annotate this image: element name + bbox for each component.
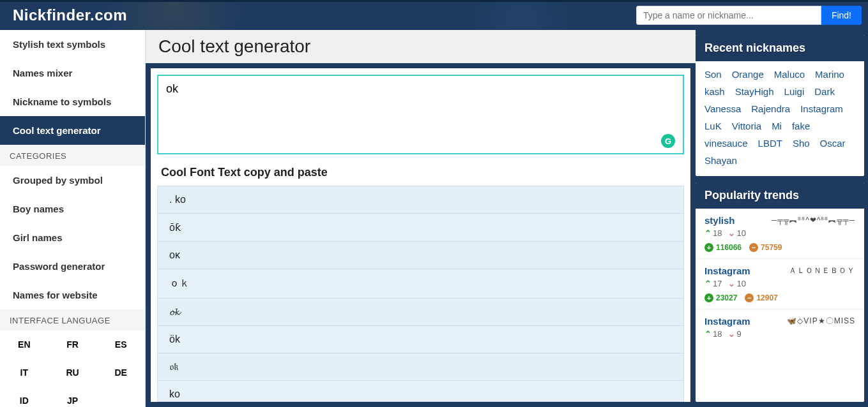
recent-nickname[interactable]: LuK [704,121,722,131]
topbar: Nickfinder.com Find! [0,0,868,30]
plus-icon: + [704,293,713,302]
recent-nickname[interactable]: Marino [815,69,844,80]
recent-nickname[interactable]: Sho [793,138,810,149]
vote-down[interactable]: −12907 [745,293,777,302]
recent-nickname[interactable]: Orange [732,69,764,80]
site-logo[interactable]: Nickfinder.com [13,6,127,24]
sidebar: Stylish text symbolsNames mixerNickname … [0,30,146,407]
lang-FR[interactable]: FR [49,330,97,359]
minus-icon: − [749,243,758,252]
result-row[interactable]: ōƙ [158,214,683,242]
result-row[interactable]: ko [158,381,683,402]
language-header: INTERFACE LANGUAGE [0,309,145,330]
lang-JP[interactable]: JP [49,387,97,407]
trend-sample: ＡＬＯＮＥＢＯＹ [789,265,855,276]
grammarly-icon[interactable]: G [661,134,675,148]
sidebar-item-2[interactable]: Nickname to symbols [0,87,145,116]
lang-empty-2-2 [96,387,145,407]
result-row[interactable]: 𝓸𝓴 [158,299,683,326]
recent-list: SonOrangeMalucoMarinokashStayHighLuigiDa… [704,69,855,166]
recent-nickname[interactable]: Oscar [820,138,846,149]
trend-name[interactable]: Instagram [704,265,750,276]
trends-list: stylish─╤╦︻⁸⁸^❤^⁸⁸︻╦╤─1810+116066−75759I… [696,209,864,345]
recent-nickname[interactable]: StayHigh [735,86,774,97]
trend-item: Instagram🦋◇VIP★〇MISS189 [696,309,864,345]
category-item-0[interactable]: Grouped by symbol [0,166,145,195]
result-row[interactable]: oĸ [158,242,683,269]
trend-sample: ─╤╦︻⁸⁸^❤^⁸⁸︻╦╤─ [772,215,855,226]
trends-panel: Popularity trends stylish─╤╦︻⁸⁸^❤^⁸⁸︻╦╤─… [696,182,864,402]
result-row[interactable]: ｏｋ [158,269,683,299]
recent-nickname[interactable]: Shayan [704,155,737,166]
recent-panel: Recent nicknames SonOrangeMalucoMarinoka… [696,35,864,176]
recent-nickname[interactable]: kash [704,86,725,97]
trend-item: stylish─╤╦︻⁸⁸^❤^⁸⁸︻╦╤─1810+116066−75759 [696,209,864,258]
trend-stats: 1710 [704,279,855,288]
sidebar-item-3[interactable]: Cool text generator [0,116,145,145]
result-row[interactable]: . ko [158,186,683,214]
recent-nickname[interactable]: Rajendra [751,103,790,114]
trend-sample: 🦋◇VIP★〇MISS [787,316,855,327]
recent-nickname[interactable]: Instagram [800,103,843,114]
trend-name[interactable]: Instagram [704,316,750,327]
sidebar-item-1[interactable]: Names mixer [0,59,145,87]
category-item-1[interactable]: Boy names [0,195,145,223]
text-input[interactable] [158,76,683,151]
lang-RU[interactable]: RU [49,359,97,387]
sidebar-item-0[interactable]: Stylish text symbols [0,30,145,59]
trend-item: InstagramＡＬＯＮＥＢＯＹ1710+23027−12907 [696,258,864,309]
page-title-bar: Cool text generator [146,30,696,63]
recent-nickname[interactable]: Vittoria [732,121,761,131]
right-column: Recent nicknames SonOrangeMalucoMarinoka… [696,35,864,402]
minus-icon: − [745,293,754,302]
recent-nickname[interactable]: Mi [772,121,782,131]
categories-header: CATEGORIES [0,145,145,166]
content: Cool text generator G Cool Font Text cop… [146,30,696,407]
find-button[interactable]: Find! [821,6,862,25]
lang-IT[interactable]: IT [0,359,49,387]
plus-icon: + [704,243,713,252]
lang-DE[interactable]: DE [96,359,145,387]
recent-nickname[interactable]: vinesauce [704,138,748,149]
lang-EN[interactable]: EN [0,330,49,359]
vote-up[interactable]: +116066 [704,243,742,252]
page-title: Cool text generator [158,36,683,57]
search-form: Find! [636,6,862,25]
lang-ID[interactable]: ID [0,387,49,407]
recent-nickname[interactable]: Son [704,69,722,80]
results-list[interactable]: . koōƙoĸｏｋ𝓸𝓴ök𝔬𝔨ko [157,186,684,402]
recent-nickname[interactable]: Maluco [774,69,805,80]
vote-up[interactable]: +23027 [704,293,737,302]
search-input[interactable] [636,6,821,25]
text-input-wrap: G [157,75,684,154]
result-row[interactable]: 𝔬𝔨 [158,353,683,381]
category-item-2[interactable]: Girl names [0,223,145,252]
trend-stats: 189 [704,329,855,339]
section-title: Cool Font Text copy and paste [157,163,684,186]
trend-stats: 1810 [704,228,855,238]
trend-name[interactable]: stylish [704,215,735,226]
recent-nickname[interactable]: fake [792,121,810,131]
recent-nickname[interactable]: Dark [814,86,835,97]
result-row[interactable]: ök [158,326,683,353]
recent-nickname[interactable]: LBDT [758,138,782,149]
trends-header: Popularity trends [696,182,864,209]
category-item-3[interactable]: Password generator [0,252,145,281]
vote-down[interactable]: −75759 [749,243,782,252]
recent-header: Recent nicknames [696,35,864,61]
recent-nickname[interactable]: Luigi [784,86,805,97]
lang-ES[interactable]: ES [96,330,145,359]
category-item-4[interactable]: Names for website [0,281,145,309]
recent-nickname[interactable]: Vanessa [704,103,741,114]
